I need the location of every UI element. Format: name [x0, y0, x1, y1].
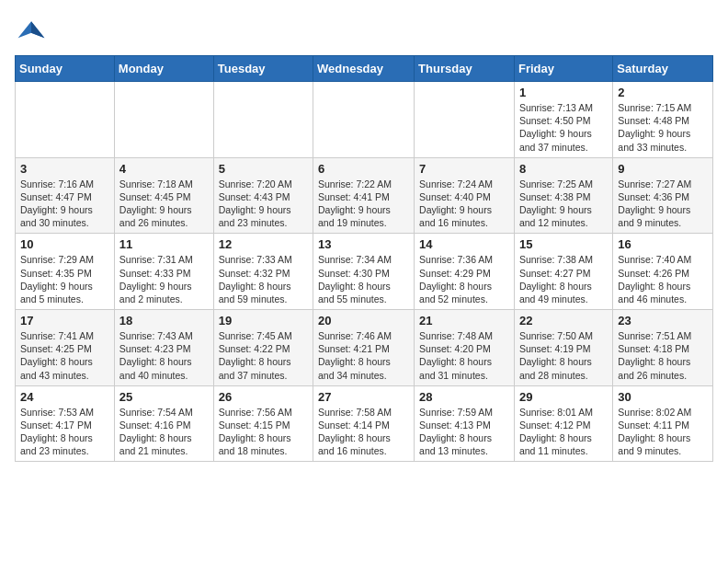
calendar-cell: 16Sunrise: 7:40 AM Sunset: 4:26 PM Dayli… — [613, 234, 713, 310]
day-info: Sunrise: 7:29 AM Sunset: 4:35 PM Dayligh… — [20, 253, 109, 305]
day-header-friday: Friday — [514, 56, 612, 82]
day-number: 4 — [119, 162, 209, 176]
calendar-cell: 24Sunrise: 7:53 AM Sunset: 4:17 PM Dayli… — [16, 385, 115, 462]
day-info: Sunrise: 7:27 AM Sunset: 4:36 PM Dayligh… — [618, 178, 708, 230]
day-info: Sunrise: 7:25 AM Sunset: 4:38 PM Dayligh… — [519, 178, 608, 230]
day-number: 17 — [20, 314, 109, 327]
logo — [15, 15, 51, 48]
week-row-5: 24Sunrise: 7:53 AM Sunset: 4:17 PM Dayli… — [16, 385, 713, 462]
calendar-cell — [313, 82, 415, 158]
day-header-sunday: Sunday — [16, 56, 115, 82]
calendar-cell — [213, 82, 313, 158]
calendar-cell: 29Sunrise: 8:01 AM Sunset: 4:12 PM Dayli… — [514, 385, 612, 462]
calendar-cell: 25Sunrise: 7:54 AM Sunset: 4:16 PM Dayli… — [114, 385, 213, 462]
day-number: 19 — [219, 314, 308, 327]
day-number: 10 — [20, 237, 109, 251]
calendar-cell: 21Sunrise: 7:48 AM Sunset: 4:20 PM Dayli… — [415, 310, 515, 386]
day-number: 20 — [318, 314, 409, 327]
day-number: 8 — [519, 162, 608, 176]
day-number: 26 — [219, 390, 308, 404]
calendar-table: SundayMondayTuesdayWednesdayThursdayFrid… — [15, 55, 713, 462]
day-number: 7 — [419, 162, 509, 176]
day-info: Sunrise: 7:13 AM Sunset: 4:50 PM Dayligh… — [519, 101, 608, 154]
week-row-2: 3Sunrise: 7:16 AM Sunset: 4:47 PM Daylig… — [16, 157, 713, 234]
day-number: 29 — [519, 390, 608, 404]
calendar-cell: 28Sunrise: 7:59 AM Sunset: 4:13 PM Dayli… — [415, 385, 515, 462]
day-info: Sunrise: 7:46 AM Sunset: 4:21 PM Dayligh… — [318, 329, 409, 382]
day-info: Sunrise: 8:01 AM Sunset: 4:12 PM Dayligh… — [519, 406, 608, 458]
calendar-cell: 22Sunrise: 7:50 AM Sunset: 4:19 PM Dayli… — [514, 310, 612, 386]
calendar-cell: 15Sunrise: 7:38 AM Sunset: 4:27 PM Dayli… — [514, 234, 612, 310]
day-number: 21 — [419, 314, 509, 327]
day-number: 5 — [219, 162, 308, 176]
calendar-cell: 13Sunrise: 7:34 AM Sunset: 4:30 PM Dayli… — [313, 234, 415, 310]
day-header-saturday: Saturday — [613, 56, 713, 82]
day-number: 13 — [318, 237, 409, 251]
day-number: 24 — [20, 390, 109, 404]
day-info: Sunrise: 7:45 AM Sunset: 4:22 PM Dayligh… — [219, 329, 308, 382]
day-info: Sunrise: 7:43 AM Sunset: 4:23 PM Dayligh… — [119, 329, 209, 382]
day-info: Sunrise: 7:41 AM Sunset: 4:25 PM Dayligh… — [20, 329, 109, 382]
calendar-cell: 2Sunrise: 7:15 AM Sunset: 4:48 PM Daylig… — [613, 82, 713, 158]
day-info: Sunrise: 7:18 AM Sunset: 4:45 PM Dayligh… — [119, 178, 209, 230]
calendar-cell: 18Sunrise: 7:43 AM Sunset: 4:23 PM Dayli… — [114, 310, 213, 386]
day-number: 15 — [519, 237, 608, 251]
day-info: Sunrise: 7:59 AM Sunset: 4:13 PM Dayligh… — [419, 406, 509, 458]
day-number: 22 — [519, 314, 608, 327]
calendar-cell: 3Sunrise: 7:16 AM Sunset: 4:47 PM Daylig… — [16, 157, 115, 234]
week-row-1: 1Sunrise: 7:13 AM Sunset: 4:50 PM Daylig… — [16, 82, 713, 158]
day-number: 18 — [119, 314, 209, 327]
calendar-cell: 5Sunrise: 7:20 AM Sunset: 4:43 PM Daylig… — [213, 157, 313, 234]
day-info: Sunrise: 7:24 AM Sunset: 4:40 PM Dayligh… — [419, 178, 509, 230]
calendar-cell: 8Sunrise: 7:25 AM Sunset: 4:38 PM Daylig… — [514, 157, 612, 234]
day-info: Sunrise: 7:53 AM Sunset: 4:17 PM Dayligh… — [20, 406, 109, 458]
day-number: 3 — [20, 162, 109, 176]
day-info: Sunrise: 7:51 AM Sunset: 4:18 PM Dayligh… — [618, 329, 708, 382]
day-info: Sunrise: 7:33 AM Sunset: 4:32 PM Dayligh… — [219, 253, 308, 305]
calendar-cell: 26Sunrise: 7:56 AM Sunset: 4:15 PM Dayli… — [213, 385, 313, 462]
day-info: Sunrise: 7:40 AM Sunset: 4:26 PM Dayligh… — [618, 253, 708, 305]
week-row-3: 10Sunrise: 7:29 AM Sunset: 4:35 PM Dayli… — [16, 234, 713, 310]
svg-marker-1 — [31, 21, 44, 38]
day-info: Sunrise: 7:31 AM Sunset: 4:33 PM Dayligh… — [119, 253, 209, 305]
day-header-thursday: Thursday — [415, 56, 515, 82]
day-number: 30 — [618, 390, 708, 404]
calendar-cell: 30Sunrise: 8:02 AM Sunset: 4:11 PM Dayli… — [613, 385, 713, 462]
calendar-cell: 12Sunrise: 7:33 AM Sunset: 4:32 PM Dayli… — [213, 234, 313, 310]
day-number: 28 — [419, 390, 509, 404]
day-info: Sunrise: 7:38 AM Sunset: 4:27 PM Dayligh… — [519, 253, 608, 305]
day-header-tuesday: Tuesday — [213, 56, 313, 82]
calendar-cell: 23Sunrise: 7:51 AM Sunset: 4:18 PM Dayli… — [613, 310, 713, 386]
day-info: Sunrise: 7:15 AM Sunset: 4:48 PM Dayligh… — [618, 101, 708, 154]
calendar-cell — [415, 82, 515, 158]
day-info: Sunrise: 7:50 AM Sunset: 4:19 PM Dayligh… — [519, 329, 608, 382]
day-info: Sunrise: 7:16 AM Sunset: 4:47 PM Dayligh… — [20, 178, 109, 230]
day-number: 14 — [419, 237, 509, 251]
calendar-cell: 11Sunrise: 7:31 AM Sunset: 4:33 PM Dayli… — [114, 234, 213, 310]
day-number: 25 — [119, 390, 209, 404]
calendar-cell: 27Sunrise: 7:58 AM Sunset: 4:14 PM Dayli… — [313, 385, 415, 462]
logo-icon — [15, 15, 48, 48]
day-info: Sunrise: 8:02 AM Sunset: 4:11 PM Dayligh… — [618, 406, 708, 458]
day-header-wednesday: Wednesday — [313, 56, 415, 82]
day-info: Sunrise: 7:58 AM Sunset: 4:14 PM Dayligh… — [318, 406, 409, 458]
day-number: 6 — [318, 162, 409, 176]
calendar-cell: 1Sunrise: 7:13 AM Sunset: 4:50 PM Daylig… — [514, 82, 612, 158]
day-number: 27 — [318, 390, 409, 404]
day-number: 11 — [119, 237, 209, 251]
calendar-cell: 17Sunrise: 7:41 AM Sunset: 4:25 PM Dayli… — [16, 310, 115, 386]
header — [15, 15, 713, 48]
day-number: 12 — [219, 237, 308, 251]
day-number: 9 — [618, 162, 708, 176]
day-number: 2 — [618, 86, 708, 99]
calendar-cell: 4Sunrise: 7:18 AM Sunset: 4:45 PM Daylig… — [114, 157, 213, 234]
day-number: 16 — [618, 237, 708, 251]
calendar-cell: 20Sunrise: 7:46 AM Sunset: 4:21 PM Dayli… — [313, 310, 415, 386]
day-info: Sunrise: 7:56 AM Sunset: 4:15 PM Dayligh… — [219, 406, 308, 458]
day-header-monday: Monday — [114, 56, 213, 82]
header-row: SundayMondayTuesdayWednesdayThursdayFrid… — [16, 56, 713, 82]
calendar-cell: 14Sunrise: 7:36 AM Sunset: 4:29 PM Dayli… — [415, 234, 515, 310]
day-info: Sunrise: 7:34 AM Sunset: 4:30 PM Dayligh… — [318, 253, 409, 305]
day-info: Sunrise: 7:20 AM Sunset: 4:43 PM Dayligh… — [219, 178, 308, 230]
calendar-cell — [114, 82, 213, 158]
